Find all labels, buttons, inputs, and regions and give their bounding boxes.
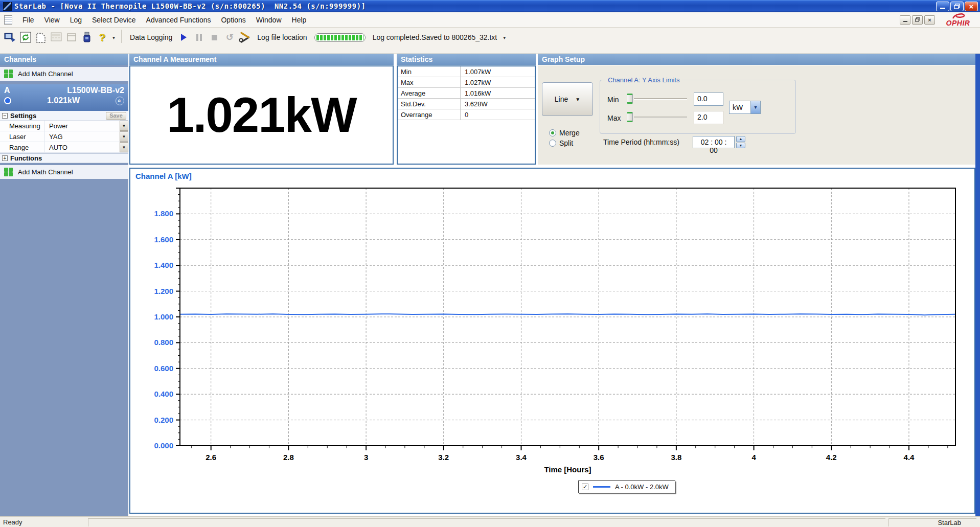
settings-section-header[interactable]: − Settings Save — [0, 111, 128, 121]
split-radio[interactable]: Split — [549, 139, 573, 147]
svg-text:4: 4 — [751, 453, 756, 462]
channel-id: A — [4, 86, 10, 95]
svg-text:0.200: 0.200 — [154, 416, 173, 424]
mdi-minimize-button[interactable] — [900, 15, 910, 25]
new-log-button[interactable] — [34, 31, 48, 44]
svg-text:3.2: 3.2 — [438, 453, 449, 462]
graph-panel: Channel A [kW] 2.62.833.23.43.63.844.24.… — [129, 168, 975, 514]
stat-value: 1.027kW — [461, 77, 535, 87]
expand-box-icon[interactable]: + — [2, 155, 8, 161]
toolbar-overflow-icon[interactable]: ▾ — [112, 35, 115, 40]
add-math-channel-button[interactable]: Add Math Channel — [0, 67, 128, 81]
menu-advanced-functions[interactable]: Advanced Functions — [141, 13, 216, 27]
time-period-spinner[interactable]: ▲ ▼ — [736, 136, 745, 148]
collapse-channel-button[interactable]: « — [116, 97, 124, 105]
start-log-button[interactable] — [176, 31, 191, 44]
channel-a-item[interactable]: A L1500W-BB-v2 1.021kW « — [0, 84, 128, 111]
y-max-input[interactable]: 2.0 — [694, 111, 723, 124]
statistics-table: Min1.007kWMax1.027kWAverage1.016kWStd.De… — [398, 66, 535, 120]
svg-text:1.000: 1.000 — [154, 312, 173, 321]
min-slider[interactable] — [627, 94, 687, 104]
chevron-down-icon[interactable]: ▼ — [120, 121, 128, 131]
spinner-down-icon[interactable]: ▼ — [736, 143, 745, 149]
mdi-restore-button[interactable] — [912, 15, 923, 25]
mdi-restore-icon — [915, 17, 920, 22]
chevron-down-icon[interactable]: ▼ — [750, 101, 760, 113]
status-text: Ready — [3, 518, 22, 526]
svg-text:0.600: 0.600 — [154, 364, 173, 373]
collapse-box-icon[interactable]: − — [2, 113, 8, 119]
save-button[interactable]: Save — [106, 112, 126, 120]
status-spacer — [88, 518, 885, 526]
statistics-row: Min1.007kW — [398, 66, 535, 77]
menu-options[interactable]: Options — [216, 13, 250, 27]
channel-value: 1.021kW — [11, 96, 116, 105]
mdi-close-button[interactable]: × — [924, 15, 935, 25]
chevron-up-icon: « — [117, 99, 123, 102]
channel-device-name: L1500W-BB-v2 — [67, 86, 124, 95]
min-label: Min — [607, 96, 619, 104]
statistics-panel-header: Statistics — [397, 54, 536, 65]
window-frame-edge — [975, 54, 980, 516]
ophir-logo: OPHIR — [941, 13, 977, 27]
restart-devices-button[interactable] — [18, 31, 33, 44]
log-toolbar-overflow-icon[interactable]: ▾ — [503, 35, 506, 40]
channels-header: Channels — [0, 54, 128, 65]
svg-text:2.6: 2.6 — [206, 453, 216, 462]
select-device-button[interactable] — [3, 31, 17, 44]
max-slider[interactable] — [627, 112, 687, 122]
menu-select-device[interactable]: Select Device — [87, 13, 141, 27]
min-slider-thumb[interactable] — [627, 94, 633, 104]
y-min-input[interactable]: 0.0 — [694, 93, 723, 106]
legend-checkbox[interactable]: ✓ — [582, 484, 588, 490]
svg-text:1.400: 1.400 — [154, 261, 173, 269]
unit-dropdown[interactable]: kW ▼ — [729, 101, 761, 114]
spinner-up-icon[interactable]: ▲ — [736, 136, 745, 142]
status-bar: Ready StarLab — [0, 516, 980, 527]
menu-view[interactable]: View — [39, 13, 65, 27]
menu-log[interactable]: Log — [65, 13, 87, 27]
close-icon: × — [969, 2, 974, 11]
stat-label: Overrange — [398, 109, 461, 120]
y-axis-limits-group: Channel A: Y Axis Limits Min 0.0 kW ▼ Ma… — [600, 80, 796, 134]
ophir-logo-text: OPHIR — [941, 19, 975, 27]
setting-label: Range — [0, 142, 45, 152]
chart-plot[interactable]: 2.62.833.23.43.63.844.24.40.0000.2000.40… — [130, 169, 974, 513]
add-math-channel-button-2[interactable]: Add Math Channel — [0, 165, 128, 179]
statistics-row: Std.Dev.3.628W — [398, 99, 535, 109]
menu-window[interactable]: Window — [251, 13, 287, 27]
help-button[interactable]: ? — [95, 31, 109, 44]
svg-text:2.8: 2.8 — [283, 453, 294, 462]
graph-setup-header: Graph Setup — [538, 54, 975, 65]
channels-panel: Channels Add Math Channel A L1500W-BB-v2… — [0, 54, 128, 516]
menu-file[interactable]: File — [17, 13, 39, 27]
usb-connect-button[interactable] — [80, 31, 94, 44]
stat-label: Min — [398, 66, 461, 77]
restore-icon — [954, 4, 960, 9]
functions-section-header[interactable]: + Functions — [0, 153, 128, 163]
log-settings-button[interactable] — [238, 31, 252, 44]
close-button[interactable]: × — [965, 2, 978, 11]
stat-value: 1.007kW — [461, 66, 535, 77]
setting-label: Laser — [0, 131, 45, 142]
chevron-down-icon[interactable]: ▼ — [120, 142, 128, 152]
merge-radio[interactable]: Merge — [549, 129, 580, 137]
radio-checked-icon — [549, 129, 556, 136]
svg-text:1.600: 1.600 — [154, 235, 173, 244]
svg-text:3.4: 3.4 — [516, 453, 527, 462]
menu-help[interactable]: Help — [287, 13, 312, 27]
help-icon: ? — [99, 31, 106, 43]
restore-button[interactable] — [950, 2, 964, 11]
graph-type-dropdown[interactable]: Line ▼ — [542, 82, 593, 116]
minimize-button[interactable] — [936, 2, 949, 11]
graph-legend: ✓ A - 0.0kW - 2.0kW — [578, 480, 675, 493]
time-period-input[interactable]: 02 : 00 : 00 — [693, 136, 735, 148]
chevron-down-icon: ▼ — [575, 97, 580, 102]
svg-text:Time [Hours]: Time [Hours] — [544, 465, 591, 474]
legend-line-swatch — [593, 486, 610, 488]
max-slider-thumb[interactable] — [627, 112, 633, 122]
title-bar: StarLab - [Nova II Thermopile L1500W-BB-… — [0, 0, 980, 12]
chevron-down-icon[interactable]: ▼ — [120, 131, 128, 142]
measurement-panel-header: Channel A Measurement — [129, 54, 394, 65]
setting-value: YAG — [45, 131, 120, 142]
